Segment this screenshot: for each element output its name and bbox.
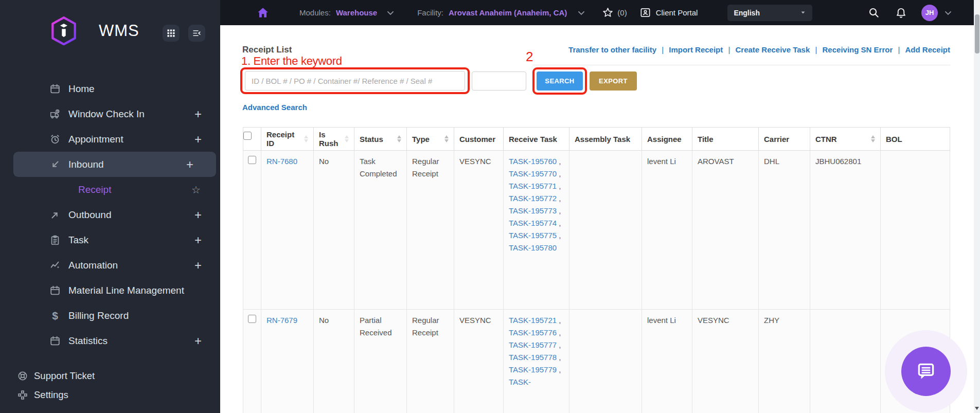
sort-arrows-icon[interactable] [444,135,450,142]
carrier-cell: DHL [759,151,810,310]
secondary-search-input[interactable] [472,71,526,91]
action-link-add-receipt[interactable]: Add Receipt [905,45,950,54]
row-checkbox[interactable] [248,156,256,164]
column-header-is-rush[interactable]: Is Rush [314,128,354,151]
table-header-row: Receipt IDIs RushStatusTypeCustomerRecei… [243,128,950,151]
sidebar-item-inbound[interactable]: Inbound+ [13,152,216,177]
notifications-bell-icon[interactable] [895,7,907,19]
user-menu-chevron-down-icon[interactable] [943,8,953,18]
search-button[interactable]: SEARCH [537,71,583,91]
sidebar-item-settings[interactable]: Settings [0,385,220,404]
favorite-star-icon[interactable]: ☆ [191,184,201,196]
export-button[interactable]: EXPORT [590,71,637,91]
chat-widget-button[interactable] [901,347,951,396]
ctnr-cell: JBHU062801 [810,151,881,310]
action-link-import-receipt[interactable]: Import Receipt [669,45,723,54]
sidebar-item-receipt[interactable]: Receipt☆ [0,177,220,202]
page-scrollbar[interactable] [974,0,980,413]
sidebar-item-task[interactable]: Task+ [0,227,220,253]
sort-arrows-icon[interactable] [304,135,309,142]
column-header-bol: BOL [881,128,950,151]
assignee-cell: levent Li [642,151,692,310]
receipt-id-link[interactable]: RN-7679 [266,316,297,325]
modules-value[interactable]: Warehouse [336,8,377,17]
scrollbar-down-arrow-icon[interactable] [975,407,979,410]
truck-clock-icon [49,108,61,120]
sidebar-item-home[interactable]: Home [0,76,220,101]
receive-task-link[interactable]: TASK-195773 [509,206,557,215]
language-select[interactable]: English [727,5,812,21]
receipt-table: Receipt IDIs RushStatusTypeCustomerRecei… [243,127,950,413]
expand-plus-icon[interactable]: + [194,107,202,121]
expand-plus-icon[interactable]: + [194,334,202,348]
home-icon[interactable] [256,6,270,20]
column-header-receipt-id[interactable]: Receipt ID [261,128,314,151]
task-separator: , [557,316,561,325]
home-calendar-icon [49,83,61,95]
receive-task-link[interactable]: TASK-195779 [509,365,557,374]
alarm-clock-icon [49,133,61,146]
column-label: Status [360,135,383,143]
sidebar-item-outbound[interactable]: Outbound+ [0,202,220,227]
receive-task-link[interactable]: TASK- [509,378,531,386]
receipt-id-cell: RN-7680 [261,151,314,310]
receive-task-link[interactable]: TASK-195721 [509,316,557,325]
sidebar-item-support-ticket[interactable]: Support Ticket [0,366,220,385]
receive-task-link[interactable]: TASK-195776 [509,328,557,337]
keyword-search-input[interactable] [245,71,465,91]
task-separator: , [557,340,561,349]
task-separator: , [557,231,561,240]
favorites-star-icon[interactable] [602,7,614,19]
sidebar-item-statistics[interactable]: Statistics+ [0,328,220,353]
select-all-checkbox[interactable] [243,132,252,140]
collapse-menu-button[interactable] [188,25,205,42]
column-header-ctnr[interactable]: CTNR [810,128,881,151]
search-icon[interactable] [868,7,880,19]
task-separator: , [557,365,561,374]
title-cell: AROVAST [692,151,759,310]
chat-icon [914,360,938,383]
receive-task-link[interactable]: TASK-195780 [509,243,557,252]
scrollbar-thumb[interactable] [975,14,979,53]
action-link-receiving-sn-error[interactable]: Receiving SN Error [823,45,893,54]
user-avatar[interactable]: JH [921,5,938,21]
receive-task-link[interactable]: TASK-195777 [509,340,557,349]
sidebar-item-window-check-in[interactable]: Window Check In+ [0,101,220,127]
apps-grid-button[interactable] [163,25,180,42]
column-label: Customer [459,135,495,143]
expand-plus-icon[interactable]: + [194,208,202,222]
receive-task-link[interactable]: TASK-195774 [509,219,557,227]
receive-task-link[interactable]: TASK-195775 [509,231,557,240]
sort-arrows-icon[interactable] [397,135,402,142]
action-link-transfer-to-other-facility[interactable]: Transfer to other facility [568,45,656,54]
facility-value[interactable]: Arovast Anaheim (Anaheim, CA) [449,8,567,17]
sort-arrows-icon[interactable] [345,135,350,142]
facility-chevron-down-icon[interactable] [576,8,586,18]
modules-chevron-down-icon[interactable] [385,8,396,18]
column-header-type[interactable]: Type [407,128,454,151]
receive-task-link[interactable]: TASK-195771 [509,182,557,190]
is-rush-cell: No [314,151,354,310]
client-portal-icon[interactable] [639,7,651,19]
receipt-id-link[interactable]: RN-7680 [266,157,297,166]
sidebar-item-billing-record[interactable]: $Billing Record [0,303,220,328]
expand-plus-icon[interactable]: + [194,258,202,273]
column-label: CTNR [815,135,837,143]
receive-task-link[interactable]: TASK-195772 [509,194,557,203]
sidebar-item-material-line-management[interactable]: Material Line Management [0,278,220,303]
sort-arrows-icon[interactable] [871,135,876,142]
client-portal-label[interactable]: Client Portal [656,8,698,17]
sidebar-item-label: Window Check In [68,109,145,120]
receive-task-link[interactable]: TASK-195760 [509,157,557,166]
expand-plus-icon[interactable]: + [186,157,193,172]
sidebar-item-appointment[interactable]: Appointment+ [0,127,220,152]
action-link-create-receive-task[interactable]: Create Receive Task [735,45,810,54]
advanced-search-link[interactable]: Advanced Search [242,103,307,112]
receive-task-link[interactable]: TASK-195778 [509,353,557,362]
expand-plus-icon[interactable]: + [194,233,202,247]
column-header-status[interactable]: Status [354,128,407,151]
receive-task-link[interactable]: TASK-195770 [509,169,557,178]
sidebar-item-automation[interactable]: Automation+ [0,253,220,278]
expand-plus-icon[interactable]: + [194,132,202,147]
row-checkbox[interactable] [248,315,256,323]
